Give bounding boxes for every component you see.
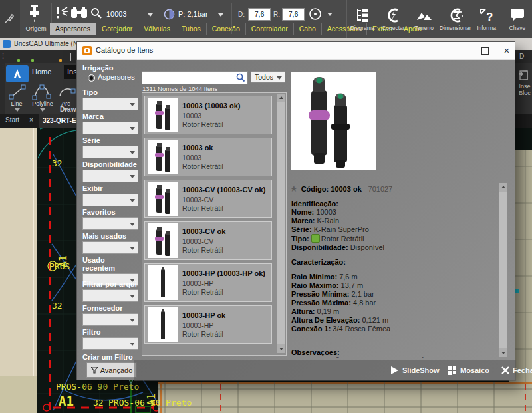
search-icon[interactable] xyxy=(236,73,245,82)
close-button[interactable]: × xyxy=(497,42,517,59)
avancado-label: Avançado xyxy=(100,366,133,374)
minimize-button[interactable]: – xyxy=(453,42,473,59)
aspersores-radio-label[interactable]: Aspersores xyxy=(98,73,135,81)
avancado-button[interactable]: Avançado xyxy=(86,362,137,378)
item-title: 10003 (10003 ok) xyxy=(182,102,240,110)
item-code: 10003-CV xyxy=(182,237,213,245)
filtrar-por-arquivo-combobox[interactable] xyxy=(82,289,138,302)
terreno-button[interactable]: Terreno xyxy=(409,0,440,38)
fornecedor-combobox[interactable] xyxy=(82,313,138,326)
layout-sheet-bottom xyxy=(158,382,532,413)
list-item[interactable]: 10003-HP ok 10003-HP Rotor Retrátil xyxy=(144,305,272,344)
item-thumbnail xyxy=(148,140,178,174)
conectar-label: Conectar xyxy=(382,25,405,31)
tab-aspersores[interactable]: Aspersores xyxy=(50,23,96,35)
tipo-combobox[interactable] xyxy=(82,98,138,110)
bricsys-app-button[interactable] xyxy=(6,65,29,82)
filter-label: Disponibilidade xyxy=(82,160,138,168)
tab-start[interactable]: Start xyxy=(5,116,19,124)
scroll-down-icon[interactable] xyxy=(499,348,507,357)
list-item[interactable]: 10003-CV (10003-CV ok) 10003-CV Rotor Re… xyxy=(144,180,272,218)
dimensionar-button[interactable]: Dimensionar xyxy=(440,0,471,38)
exibir-combobox[interactable] xyxy=(82,194,138,206)
magnifier-wand-icon[interactable] xyxy=(90,7,102,19)
tab-start-close-icon[interactable]: × xyxy=(29,116,33,124)
pressure-combobox[interactable]: P: 2,1bar xyxy=(178,10,208,18)
diameter-input[interactable]: 7,6 xyxy=(248,8,271,21)
tab-conexao[interactable]: Conexão xyxy=(207,23,246,35)
origem-button[interactable]: Origem xyxy=(22,3,50,36)
new-file-icon[interactable] xyxy=(11,53,19,61)
panel-grip-icon: ⋮ xyxy=(0,63,5,114)
filter-label: Filtrar por arqui xyxy=(82,280,138,288)
ribbon-tab-home[interactable]: Home xyxy=(32,68,51,76)
mosaico-button[interactable]: Mosaico xyxy=(448,364,489,376)
item-type: Rotor Retrátil xyxy=(182,330,223,338)
details-scrollbar[interactable] xyxy=(499,183,507,357)
mosaico-label: Mosaico xyxy=(460,366,489,374)
list-item[interactable]: 10003 (10003 ok) 10003 Rotor Retrátil xyxy=(144,96,272,134)
scope-dropdown[interactable]: Todos xyxy=(251,71,285,83)
filtro-combobox[interactable] xyxy=(82,337,138,350)
item-thumbnail xyxy=(148,182,178,216)
save-as-icon[interactable] xyxy=(53,53,61,61)
item-type: Rotor Retrátil xyxy=(182,246,223,254)
item-combobox[interactable]: 10003 xyxy=(106,10,127,18)
tab-tubos[interactable]: Tubos xyxy=(176,23,207,35)
right-strip-qat: D xyxy=(515,50,532,63)
chave-button[interactable]: Chave xyxy=(502,0,532,38)
item-code: 10003 xyxy=(182,154,201,162)
favorite-star-icon[interactable]: ★ xyxy=(291,184,298,194)
line-tool-icon[interactable] xyxy=(8,84,27,100)
aspersores-radio[interactable] xyxy=(88,74,95,82)
fechar-button[interactable]: Fechar xyxy=(501,364,532,376)
arc-tool-icon[interactable] xyxy=(57,84,76,100)
serie-combobox[interactable] xyxy=(82,146,138,158)
item-title: 10003-CV ok xyxy=(182,227,225,235)
insert-block-icon[interactable] xyxy=(518,69,529,80)
tab-gotejador[interactable]: Gotejador xyxy=(96,23,138,35)
list-scrollbar[interactable] xyxy=(277,94,285,353)
marca-combobox[interactable] xyxy=(82,122,138,134)
scroll-down-icon[interactable] xyxy=(277,344,285,353)
faucet-icon xyxy=(27,4,45,23)
polyline-tool-label[interactable]: Polyline xyxy=(29,100,56,107)
brush-icon xyxy=(4,13,15,24)
list-item[interactable]: 10003 ok 10003 Rotor Retrátil xyxy=(144,138,272,176)
tab-cabo[interactable]: Cabo xyxy=(294,23,322,35)
slideshow-button[interactable]: SlideShow xyxy=(390,364,440,376)
polyline-tool-icon[interactable] xyxy=(32,84,52,100)
disponibilidade-combobox[interactable] xyxy=(82,170,138,182)
informa-button[interactable]: ? Informa xyxy=(471,0,501,38)
ribbon-tab-insert[interactable]: Ins xyxy=(64,65,76,79)
search-input[interactable] xyxy=(142,71,248,84)
maximize-button[interactable] xyxy=(475,42,495,59)
filter-label: Usado recentem xyxy=(82,256,138,272)
scroll-up-icon[interactable] xyxy=(277,94,285,102)
list-item[interactable]: 10003-CV ok 10003-CV Rotor Retrátil xyxy=(144,221,272,260)
list-item[interactable]: 10003-HP (10003-HP ok) 10003-HP Rotor Re… xyxy=(144,263,272,302)
observacoes-heading: Observações: xyxy=(291,348,340,356)
mais-usados-combobox[interactable] xyxy=(82,241,138,254)
radius-input[interactable]: 7,6 xyxy=(282,8,305,21)
filter-group-filtrar-por-arquivo: Filtrar por arqui xyxy=(82,280,138,302)
conectar-button[interactable]: Conectar xyxy=(378,0,408,38)
scroll-up-icon[interactable] xyxy=(499,183,507,192)
target-circle-icon[interactable] xyxy=(309,7,322,21)
tool-corner-button[interactable] xyxy=(0,0,20,38)
favoritos-combobox[interactable] xyxy=(82,217,138,230)
paper-margin xyxy=(0,128,37,413)
pressure-gauge-icon xyxy=(164,9,175,20)
codigo-label: Código: xyxy=(301,185,329,193)
dialog-titlebar[interactable]: Catálogo de Itens – × xyxy=(77,42,515,60)
diagram-icon xyxy=(354,7,370,23)
save-icon[interactable] xyxy=(39,53,47,61)
binoculars-icon[interactable] xyxy=(70,6,88,19)
diagrama-button[interactable]: Diagrama xyxy=(347,0,378,38)
tab-valvulas[interactable]: Válvulas xyxy=(138,23,176,35)
open-file-icon[interactable] xyxy=(25,53,33,61)
tab-controlador[interactable]: Controlador xyxy=(246,23,294,35)
query-arrow-icon: ? xyxy=(479,7,495,23)
line-tool-label[interactable]: Line xyxy=(5,100,28,107)
spray-alert-icon[interactable] xyxy=(55,5,69,20)
